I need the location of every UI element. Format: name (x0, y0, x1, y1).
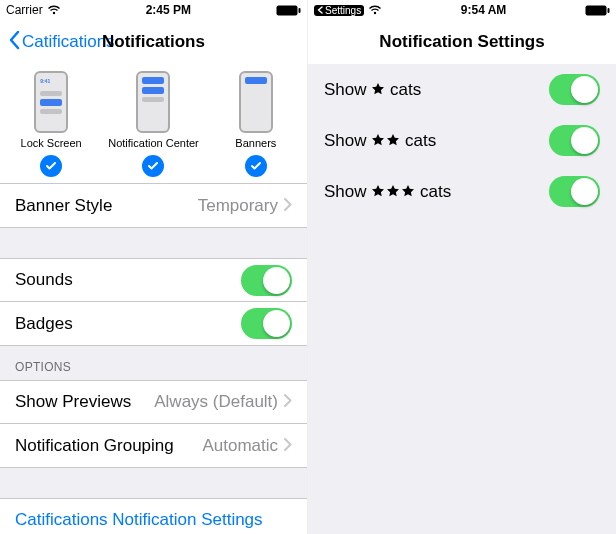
badges-label: Badges (15, 314, 241, 334)
battery-icon (585, 5, 610, 16)
three-star-toggle[interactable] (549, 176, 600, 207)
show-previews-label: Show Previews (15, 392, 154, 412)
status-bar: Settings 9:54 AM (308, 0, 616, 20)
lock-screen-preview-icon: 9:41 (34, 71, 68, 133)
alert-lock-label: Lock Screen (21, 137, 82, 149)
clock-label: 2:45 PM (146, 3, 191, 17)
carrier-label: Carrier (6, 3, 43, 17)
svg-rect-2 (586, 5, 607, 15)
banner-style-row[interactable]: Banner Style Temporary (0, 184, 307, 228)
show-two-star-row: Show cats (308, 115, 616, 166)
phone-system-notifications: Carrier 2:45 PM Catifications Notificati… (0, 0, 308, 534)
back-label: Catifications (22, 32, 115, 52)
app-settings-link[interactable]: Catifications Notification Settings (0, 498, 307, 534)
svg-rect-0 (277, 5, 298, 15)
banner-style-value: Temporary (198, 196, 278, 216)
show-one-star-row: Show cats (308, 64, 616, 115)
star-icon (371, 133, 400, 147)
checkmark-icon (245, 155, 267, 177)
sounds-row: Sounds (0, 258, 307, 302)
options-header: OPTIONS (0, 346, 307, 380)
alert-notification-center[interactable]: Notification Center (102, 64, 204, 183)
show-one-star-label: Show cats (324, 80, 421, 100)
breadcrumb-back-icon[interactable]: Settings (314, 5, 364, 16)
wifi-icon (47, 5, 61, 15)
chevron-left-icon (8, 30, 20, 55)
star-icon (371, 82, 385, 96)
phone-app-settings: Settings 9:54 AM Notification Settings S… (308, 0, 616, 534)
checkmark-icon (40, 155, 62, 177)
status-bar: Carrier 2:45 PM (0, 0, 307, 20)
sounds-label: Sounds (15, 270, 241, 290)
show-previews-row[interactable]: Show Previews Always (Default) (0, 380, 307, 424)
checkmark-icon (142, 155, 164, 177)
settings-scroll[interactable]: 9:41 Lock Screen Notification Center (0, 64, 307, 534)
show-three-star-row: Show cats (308, 166, 616, 217)
star-icon (371, 184, 415, 198)
svg-rect-1 (299, 8, 301, 13)
chevron-right-icon (284, 392, 292, 412)
notification-center-preview-icon (136, 71, 170, 133)
wifi-icon (368, 5, 382, 15)
sounds-toggle[interactable] (241, 265, 292, 296)
show-three-star-label: Show cats (324, 182, 451, 202)
grouping-label: Notification Grouping (15, 436, 202, 456)
breadcrumb-back-label: Settings (325, 5, 361, 16)
app-settings-scroll[interactable]: Show cats Show cats (308, 64, 616, 534)
alert-lock-screen[interactable]: 9:41 Lock Screen (0, 64, 102, 183)
battery-icon (276, 5, 301, 16)
nav-bar: Notification Settings (308, 20, 616, 64)
back-button[interactable]: Catifications (8, 30, 115, 55)
nav-bar: Catifications Notifications (0, 20, 307, 64)
alert-types-row: 9:41 Lock Screen Notification Center (0, 64, 307, 184)
chevron-right-icon (284, 196, 292, 216)
clock-label: 9:54 AM (461, 3, 507, 17)
grouping-value: Automatic (202, 436, 278, 456)
banner-preview-icon (239, 71, 273, 133)
two-star-toggle[interactable] (549, 125, 600, 156)
alert-banner-label: Banners (235, 137, 276, 149)
chevron-right-icon (284, 436, 292, 456)
badges-toggle[interactable] (241, 308, 292, 339)
svg-rect-3 (608, 8, 610, 13)
banner-style-label: Banner Style (15, 196, 198, 216)
show-two-star-label: Show cats (324, 131, 436, 151)
show-previews-value: Always (Default) (154, 392, 278, 412)
one-star-toggle[interactable] (549, 74, 600, 105)
badges-row: Badges (0, 302, 307, 346)
app-settings-label: Catifications Notification Settings (15, 510, 292, 530)
alert-banners[interactable]: Banners (205, 64, 307, 183)
alert-center-label: Notification Center (108, 137, 199, 149)
notification-grouping-row[interactable]: Notification Grouping Automatic (0, 424, 307, 468)
page-title: Notification Settings (308, 32, 616, 52)
